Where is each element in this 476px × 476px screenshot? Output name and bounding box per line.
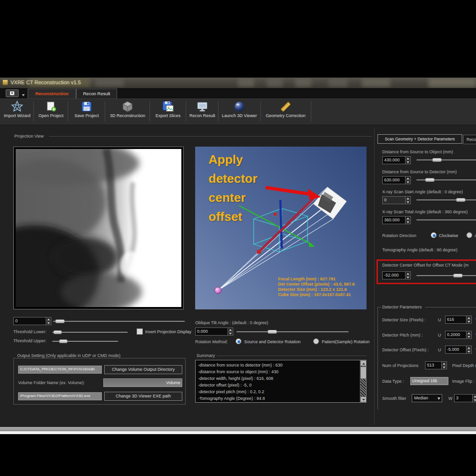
- detector-center-offset-spinner[interactable]: -52.000: [382, 271, 411, 279]
- spin-down-icon[interactable]: [406, 220, 410, 224]
- scroll-down-icon[interactable]: [360, 397, 367, 402]
- oblique-tilt-spinner[interactable]: 0.000: [195, 327, 233, 336]
- open-project-icon: [45, 100, 57, 113]
- toolbar-divider: [260, 101, 261, 121]
- background-blur-blob: [238, 79, 254, 87]
- spin-down-icon[interactable]: [406, 180, 410, 184]
- spin-down-icon[interactable]: [466, 350, 471, 353]
- spin-down-icon[interactable]: [228, 332, 233, 335]
- frame-slider-thumb[interactable]: [55, 319, 65, 323]
- source-object-distance-spinner[interactable]: 430.000: [382, 156, 411, 164]
- summary-rule: [217, 356, 367, 356]
- spin-down-icon[interactable]: [466, 335, 471, 338]
- viewer-exe-path-field[interactable]: /Program Files/VX3D2/PlatformVX3D.exe: [18, 392, 102, 400]
- output-directory-field[interactable]: C:/CTDATA_PROJECTION_RF/FOV160x80: [18, 366, 102, 374]
- scan-start-angle-thumb[interactable]: [456, 198, 466, 202]
- detector-offset-u-spinner[interactable]: -5.000: [445, 346, 472, 354]
- spin-down-icon[interactable]: [406, 276, 410, 279]
- detector-size-u-spinner[interactable]: 616: [445, 316, 472, 324]
- num-projections-label: Num of Projections: [382, 363, 418, 368]
- radio-clockwise[interactable]: [431, 232, 436, 238]
- threshold-lower-track[interactable]: [52, 332, 128, 333]
- window-size-spinner[interactable]: 3: [454, 394, 476, 402]
- tomography-angle-label: Tomography Angle (default : 90 degree): [382, 248, 457, 252]
- tab-recon-partial[interactable]: Recon: [463, 135, 476, 144]
- scan-start-angle-spinner[interactable]: 0: [382, 196, 411, 204]
- source-detector-distance-spinner[interactable]: 630.000: [382, 176, 411, 184]
- import-wizard-button[interactable]: Import Wizard: [2, 99, 32, 123]
- view-3d-canvas[interactable]: Apply detector center offset Focal Lengt…: [195, 147, 367, 309]
- frame-spinner[interactable]: 0: [13, 317, 51, 325]
- spin-down-icon[interactable]: [46, 321, 51, 325]
- frame-slider-track[interactable]: [53, 321, 185, 322]
- threshold-lower-thumb[interactable]: [53, 330, 62, 334]
- recon-result-button[interactable]: Recon Result: [188, 99, 217, 123]
- tab-reconstruction[interactable]: Reconstruction: [28, 89, 76, 99]
- radio-anticlockwise[interactable]: [466, 232, 472, 238]
- spin-up-icon[interactable]: [466, 346, 471, 350]
- detector-pitch-u-label: U: [438, 333, 441, 337]
- spin-up-icon[interactable]: [406, 177, 410, 180]
- detector-offset-label: Detector Offset (Pixels) :: [382, 347, 429, 352]
- data-type-value[interactable]: Unsigned 16b: [410, 377, 448, 385]
- source-object-distance-track[interactable]: [416, 159, 476, 160]
- oblique-slider-track[interactable]: [237, 331, 348, 332]
- scan-start-angle-track[interactable]: [416, 199, 476, 200]
- invert-projection-label: Invert Projection Display: [145, 329, 191, 334]
- tab-recon-result[interactable]: Recon Result: [76, 89, 117, 99]
- spin-down-icon[interactable]: [442, 366, 446, 369]
- open-project-button[interactable]: Open Project: [35, 99, 67, 123]
- radio-source-detector-rotation[interactable]: [236, 338, 241, 344]
- source-object-distance-thumb[interactable]: [432, 158, 442, 162]
- threshold-lower-label: Threshold Lower:: [13, 329, 47, 334]
- chevron-down-icon[interactable]: [22, 94, 25, 96]
- source-detector-distance-thumb[interactable]: [425, 178, 435, 182]
- spin-down-icon[interactable]: [473, 398, 476, 402]
- spin-up-icon[interactable]: [228, 328, 233, 332]
- change-viewer-exe-button[interactable]: Change 3D Viewer EXE path: [104, 392, 182, 401]
- tab-scan-geometry[interactable]: Scan Geometry + Detector Parameters: [377, 134, 462, 144]
- toolbar-divider: [33, 101, 34, 121]
- scroll-up-icon[interactable]: [360, 360, 367, 366]
- quick-menu-button[interactable]: [6, 89, 19, 97]
- summary-scrollbar[interactable]: [360, 360, 366, 402]
- oblique-slider-thumb[interactable]: [268, 330, 277, 334]
- spin-up-icon[interactable]: [442, 362, 446, 366]
- detector-center-offset-thumb[interactable]: [453, 274, 463, 278]
- scrollbar-thumb[interactable]: [360, 367, 367, 379]
- spin-up-icon[interactable]: [406, 157, 410, 160]
- radio-patient-rotation[interactable]: [313, 338, 319, 344]
- scan-total-angle-track[interactable]: [416, 219, 476, 220]
- spin-up-icon[interactable]: [473, 395, 476, 398]
- threshold-upper-thumb[interactable]: [59, 339, 68, 343]
- volume-folder-input[interactable]: Volume: [103, 378, 182, 387]
- spin-down-icon[interactable]: [406, 160, 410, 164]
- smooth-filter-dropdown[interactable]: Median: [412, 394, 442, 402]
- save-project-button[interactable]: Save Project: [69, 99, 104, 123]
- detector-center-offset-track[interactable]: [416, 275, 476, 276]
- recon-3d-button[interactable]: 3D Reconstruction: [107, 99, 149, 123]
- detector-pitch-u-spinner[interactable]: 0.2000: [445, 331, 472, 339]
- spin-up-icon[interactable]: [466, 331, 471, 335]
- spin-up-icon[interactable]: [466, 316, 471, 320]
- geometry-correction-button[interactable]: Geometry Correction: [262, 99, 309, 123]
- launch-3d-viewer-button[interactable]: Launch 3D Viewer: [219, 99, 259, 123]
- spin-up-icon[interactable]: [406, 197, 410, 200]
- num-projections-spinner[interactable]: 513: [425, 361, 447, 369]
- spin-down-icon[interactable]: [406, 200, 410, 204]
- scan-total-angle-spinner[interactable]: 360.000: [382, 216, 411, 224]
- spin-up-icon[interactable]: [406, 217, 410, 220]
- threshold-upper-label: Threshold Upper:: [13, 338, 47, 343]
- spin-up-icon[interactable]: [406, 272, 410, 276]
- detector-pitch-label: Detector Pitch (mm) :: [382, 333, 423, 337]
- projection-view-label: Projection View: [14, 134, 44, 139]
- export-slices-button[interactable]: Export Slices: [151, 99, 185, 123]
- export-slices-icon: [162, 100, 174, 113]
- change-output-directory-button[interactable]: Change Volume Output Directory: [104, 365, 182, 374]
- spin-up-icon[interactable]: [46, 317, 51, 321]
- det-center-offset-readout: Det Center Offset (pixels) : 43.0, 567.6: [278, 282, 355, 287]
- summary-box[interactable]: -distance from source to detector (mm) :…: [195, 360, 367, 403]
- scan-start-angle-label: X-ray Scan Start Angle (default : 0 degr…: [382, 189, 463, 194]
- spin-down-icon[interactable]: [466, 320, 471, 323]
- invert-projection-checkbox[interactable]: [137, 328, 143, 335]
